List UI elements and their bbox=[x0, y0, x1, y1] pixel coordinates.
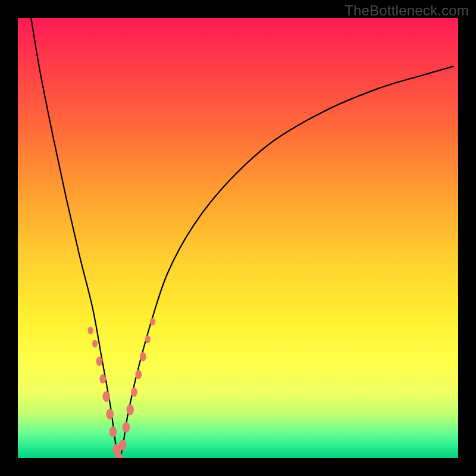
highlighted-point bbox=[109, 427, 117, 437]
highlighted-point bbox=[123, 422, 130, 433]
highlighted-point bbox=[126, 405, 134, 415]
highlighted-point bbox=[88, 327, 93, 334]
bottleneck-curve bbox=[31, 18, 453, 458]
plot-area bbox=[18, 18, 458, 458]
highlighted-point bbox=[150, 318, 155, 325]
highlighted-point bbox=[145, 336, 151, 343]
highlighted-point bbox=[119, 440, 127, 450]
highlighted-point bbox=[96, 356, 103, 366]
highlighted-point bbox=[131, 387, 137, 397]
highlighted-point bbox=[92, 340, 98, 347]
watermark-text: TheBottleneck.com bbox=[345, 2, 469, 19]
highlighted-point bbox=[106, 409, 114, 419]
curve-svg bbox=[18, 18, 458, 458]
highlighted-point bbox=[140, 352, 146, 362]
highlighted-point bbox=[102, 391, 110, 402]
highlighted-point bbox=[99, 374, 106, 384]
chart-frame: TheBottleneck.com bbox=[0, 0, 476, 476]
highlighted-point bbox=[135, 370, 142, 380]
